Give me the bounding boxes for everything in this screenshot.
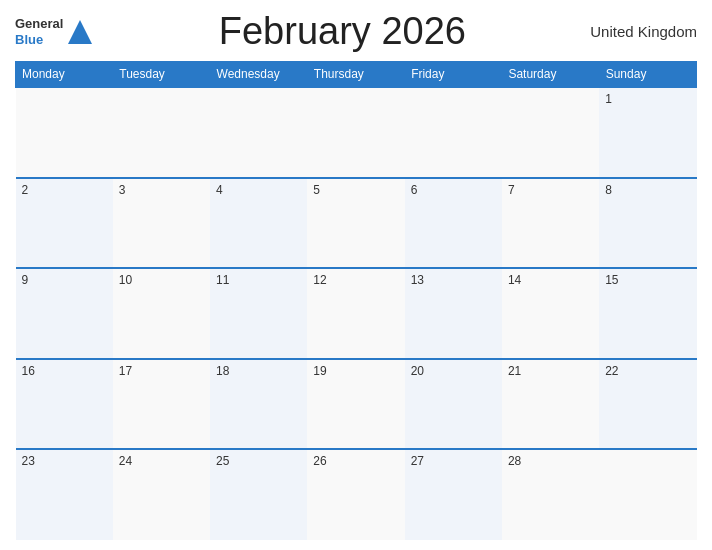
week-row-1: 2345678 — [16, 178, 697, 269]
calendar-cell: 9 — [16, 268, 113, 359]
logo-blue-text: Blue — [15, 32, 63, 48]
calendar-cell: 24 — [113, 449, 210, 540]
day-number: 10 — [119, 273, 132, 287]
day-header-sunday: Sunday — [599, 62, 696, 88]
day-number: 11 — [216, 273, 229, 287]
calendar-cell: 20 — [405, 359, 502, 450]
calendar-cell: 13 — [405, 268, 502, 359]
calendar-cell: 27 — [405, 449, 502, 540]
calendar-cell: 17 — [113, 359, 210, 450]
month-title: February 2026 — [219, 10, 466, 53]
logo: General Blue — [15, 16, 94, 47]
days-header-row: MondayTuesdayWednesdayThursdayFridaySatu… — [16, 62, 697, 88]
calendar-cell: 25 — [210, 449, 307, 540]
day-number: 24 — [119, 454, 132, 468]
day-number: 25 — [216, 454, 229, 468]
day-number: 7 — [508, 183, 515, 197]
day-number: 2 — [22, 183, 29, 197]
calendar-cell: 19 — [307, 359, 404, 450]
day-header-friday: Friday — [405, 62, 502, 88]
week-row-3: 16171819202122 — [16, 359, 697, 450]
day-number: 21 — [508, 364, 521, 378]
day-header-monday: Monday — [16, 62, 113, 88]
day-number: 26 — [313, 454, 326, 468]
calendar-cell — [502, 87, 599, 178]
day-number: 3 — [119, 183, 126, 197]
calendar-header: General Blue February 2026 United Kingdo… — [15, 10, 697, 53]
calendar-cell: 10 — [113, 268, 210, 359]
calendar-cell: 1 — [599, 87, 696, 178]
day-number: 18 — [216, 364, 229, 378]
day-number: 14 — [508, 273, 521, 287]
calendar-cell: 26 — [307, 449, 404, 540]
calendar-cell: 3 — [113, 178, 210, 269]
calendar-cell: 11 — [210, 268, 307, 359]
week-row-2: 9101112131415 — [16, 268, 697, 359]
calendar-cell: 12 — [307, 268, 404, 359]
day-number: 6 — [411, 183, 418, 197]
calendar-cell: 18 — [210, 359, 307, 450]
day-number: 22 — [605, 364, 618, 378]
day-number: 5 — [313, 183, 320, 197]
calendar-cell: 4 — [210, 178, 307, 269]
day-number: 19 — [313, 364, 326, 378]
calendar-cell: 8 — [599, 178, 696, 269]
country-label: United Kingdom — [590, 23, 697, 40]
week-row-4: 232425262728 — [16, 449, 697, 540]
day-header-wednesday: Wednesday — [210, 62, 307, 88]
calendar-cell: 22 — [599, 359, 696, 450]
calendar-cell — [307, 87, 404, 178]
svg-marker-0 — [68, 20, 92, 44]
day-number: 4 — [216, 183, 223, 197]
calendar-cell: 14 — [502, 268, 599, 359]
day-number: 1 — [605, 92, 612, 106]
calendar-cell: 16 — [16, 359, 113, 450]
calendar-cell: 28 — [502, 449, 599, 540]
day-number: 20 — [411, 364, 424, 378]
logo-icon — [66, 18, 94, 46]
day-number: 16 — [22, 364, 35, 378]
day-number: 28 — [508, 454, 521, 468]
day-header-saturday: Saturday — [502, 62, 599, 88]
day-number: 15 — [605, 273, 618, 287]
calendar-thead: MondayTuesdayWednesdayThursdayFridaySatu… — [16, 62, 697, 88]
logo-general-text: General — [15, 16, 63, 32]
day-number: 27 — [411, 454, 424, 468]
day-number: 17 — [119, 364, 132, 378]
calendar-cell: 2 — [16, 178, 113, 269]
day-number: 9 — [22, 273, 29, 287]
day-number: 23 — [22, 454, 35, 468]
calendar-tbody: 1234567891011121314151617181920212223242… — [16, 87, 697, 540]
calendar-cell: 7 — [502, 178, 599, 269]
calendar-cell — [405, 87, 502, 178]
calendar-cell: 21 — [502, 359, 599, 450]
calendar-cell: 15 — [599, 268, 696, 359]
calendar-cell — [210, 87, 307, 178]
calendar-cell: 23 — [16, 449, 113, 540]
day-number: 13 — [411, 273, 424, 287]
day-header-tuesday: Tuesday — [113, 62, 210, 88]
calendar-container: General Blue February 2026 United Kingdo… — [0, 0, 712, 550]
calendar-cell — [16, 87, 113, 178]
day-header-thursday: Thursday — [307, 62, 404, 88]
calendar-cell: 5 — [307, 178, 404, 269]
calendar-cell — [599, 449, 696, 540]
day-number: 12 — [313, 273, 326, 287]
day-number: 8 — [605, 183, 612, 197]
week-row-0: 1 — [16, 87, 697, 178]
calendar-cell — [113, 87, 210, 178]
calendar-cell: 6 — [405, 178, 502, 269]
calendar-table: MondayTuesdayWednesdayThursdayFridaySatu… — [15, 61, 697, 540]
